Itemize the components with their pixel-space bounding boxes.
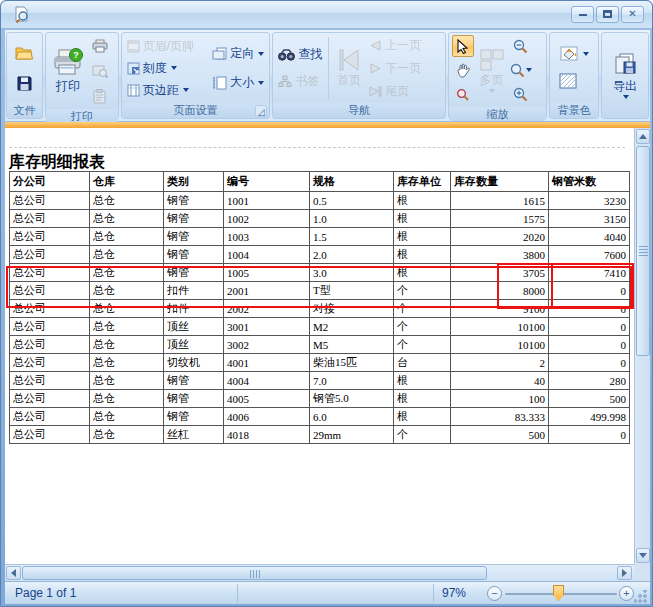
find-button[interactable]: 查找	[276, 45, 324, 64]
table-cell: M5	[310, 336, 394, 354]
zoom-percentage: 97%	[442, 586, 466, 600]
scroll-left-button[interactable]	[6, 566, 21, 580]
select-cursor-button[interactable]	[452, 35, 474, 57]
vertical-scrollbar[interactable]	[634, 128, 650, 564]
table-cell: 个	[394, 282, 451, 300]
ribbon-group-print: ? 打印	[45, 32, 119, 119]
first-page-icon	[336, 48, 362, 72]
export-button[interactable]: 导出	[608, 51, 642, 100]
multi-page-button[interactable]: 多页	[476, 47, 508, 94]
column-header: 库存单位	[394, 172, 451, 192]
prev-page-button[interactable]: 上一页	[367, 36, 423, 55]
table-cell: 总公司	[10, 372, 90, 390]
table-cell: 40	[451, 372, 549, 390]
zoom-out-button[interactable]	[510, 35, 532, 57]
table-cell: 顶丝	[164, 336, 224, 354]
report-title: 库存明细报表	[9, 152, 105, 173]
ribbon-group-zoom: 多页	[448, 32, 548, 119]
zoom-tool-button[interactable]	[452, 83, 474, 105]
close-button[interactable]: ✕	[621, 6, 644, 23]
pan-hand-button[interactable]	[452, 59, 474, 81]
scale-icon	[127, 62, 140, 75]
table-cell: 7.0	[310, 372, 394, 390]
horizontal-scroll-thumb[interactable]	[22, 566, 487, 580]
export-label: 导出	[613, 78, 637, 95]
zoom-in-button[interactable]	[510, 83, 532, 105]
zoom-in-slider-button[interactable]: +	[619, 586, 634, 601]
table-cell: 总仓	[90, 318, 164, 336]
find-label: 查找	[298, 46, 322, 63]
clipboard-button[interactable]	[89, 85, 111, 107]
page-margin-guide	[9, 147, 625, 148]
window-resize-grip[interactable]	[634, 590, 647, 603]
table-cell: 4040	[549, 228, 630, 246]
chevron-down-icon	[623, 95, 629, 99]
scroll-down-button[interactable]	[636, 548, 650, 563]
table-cell: 6.0	[310, 408, 394, 426]
vertical-scroll-thumb[interactable]	[636, 146, 650, 356]
quick-print-icon	[92, 39, 108, 53]
table-cell: 总公司	[10, 192, 90, 210]
bookmark-label: 书签	[295, 73, 319, 90]
table-cell: 3001	[224, 318, 310, 336]
scroll-right-button[interactable]	[617, 566, 632, 580]
table-cell: 切纹机	[164, 354, 224, 372]
first-page-button[interactable]: 首页	[333, 47, 365, 90]
zoom-level-button[interactable]	[510, 59, 532, 81]
print-button[interactable]: ? 打印	[49, 47, 87, 96]
magnifier-icon	[456, 88, 469, 101]
quick-print-button[interactable]	[89, 35, 111, 57]
print-setup-button[interactable]	[89, 60, 111, 82]
open-file-button[interactable]	[13, 42, 35, 64]
table-cell: 1004	[224, 246, 310, 264]
table-cell: T型	[310, 282, 394, 300]
table-row: 总公司总仓钢管10021.0根15753150	[10, 210, 630, 228]
table-cell: 钢管	[164, 264, 224, 282]
table-cell: 总仓	[90, 210, 164, 228]
table-row: 总公司总仓切纹机4001柴油15匹台20	[10, 354, 630, 372]
table-cell: 顶丝	[164, 318, 224, 336]
table-cell: 对接	[310, 300, 394, 318]
zoom-slider-thumb[interactable]	[553, 585, 564, 601]
scroll-up-button[interactable]	[636, 129, 650, 144]
save-icon	[17, 76, 32, 91]
maximize-button[interactable]	[596, 6, 619, 23]
page-setup-dialog-launcher[interactable]: ◿	[255, 105, 267, 117]
report-page: 库存明细报表 分公司仓库类别编号规格库存单位库存数量钢管米数 总公司总仓钢管10…	[5, 128, 634, 564]
group-label-page-setup: 页面设置	[122, 103, 270, 118]
ribbon-group-navigation: 查找 书签	[272, 32, 445, 119]
export-icon	[611, 52, 639, 78]
table-cell: 总仓	[90, 282, 164, 300]
watermark-button[interactable]	[557, 70, 579, 92]
table-cell: 钢管5.0	[310, 390, 394, 408]
next-page-icon	[369, 63, 382, 74]
minimize-button[interactable]	[571, 6, 594, 23]
table-row: 总公司总仓钢管10010.5根16153230	[10, 192, 630, 210]
table-cell: 总仓	[90, 372, 164, 390]
table-cell: 个	[394, 300, 451, 318]
header-footer-button[interactable]: 页眉/页脚	[125, 37, 209, 56]
zoom-out-slider-button[interactable]: −	[487, 586, 502, 601]
orientation-button[interactable]: 定向	[210, 44, 266, 63]
scale-button[interactable]: 刻度	[125, 59, 209, 78]
close-icon: ✕	[628, 8, 636, 19]
orientation-icon	[212, 47, 227, 60]
margins-button[interactable]: 页边距	[125, 81, 209, 100]
group-label-navigation: 导航	[273, 103, 444, 118]
last-page-button[interactable]: 尾页	[367, 82, 423, 101]
size-button[interactable]: 大小	[210, 73, 266, 92]
table-cell: 根	[394, 246, 451, 264]
table-cell: 总仓	[90, 246, 164, 264]
next-page-button[interactable]: 下一页	[367, 59, 423, 78]
bookmark-button[interactable]: 书签	[276, 72, 324, 91]
table-header-row: 分公司仓库类别编号规格库存单位库存数量钢管米数	[10, 172, 630, 192]
table-cell: 总公司	[10, 426, 90, 444]
save-button[interactable]	[13, 72, 35, 94]
chevron-down-icon	[489, 89, 495, 93]
table-cell: 根	[394, 192, 451, 210]
scroll-left-icon	[11, 569, 16, 577]
fill-color-button[interactable]	[557, 44, 591, 63]
size-label: 大小	[230, 74, 254, 91]
horizontal-scrollbar[interactable]	[5, 564, 650, 581]
table-cell: 2020	[451, 228, 549, 246]
